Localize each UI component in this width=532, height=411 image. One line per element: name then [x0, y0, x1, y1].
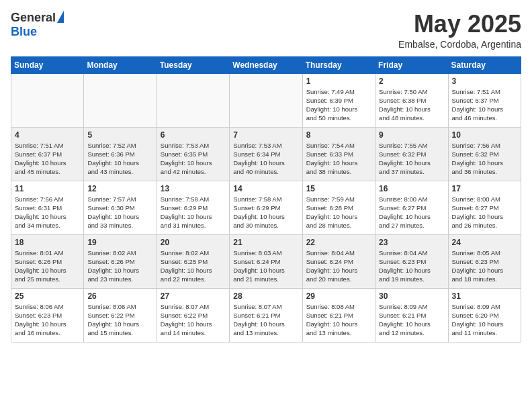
day-number: 25	[15, 291, 80, 301]
day-info: Sunrise: 7:53 AM Sunset: 6:34 PM Dayligh…	[233, 141, 298, 177]
calendar-cell: 5Sunrise: 7:52 AM Sunset: 6:36 PM Daylig…	[84, 127, 157, 181]
calendar-cell: 24Sunrise: 8:05 AM Sunset: 6:23 PM Dayli…	[448, 234, 521, 288]
calendar-cell: 12Sunrise: 7:57 AM Sunset: 6:30 PM Dayli…	[84, 181, 157, 234]
day-info: Sunrise: 8:06 AM Sunset: 6:22 PM Dayligh…	[87, 302, 152, 338]
day-number: 28	[233, 291, 298, 301]
day-number: 10	[452, 130, 517, 140]
day-info: Sunrise: 7:57 AM Sunset: 6:30 PM Dayligh…	[87, 195, 152, 230]
weekday-header-friday: Friday	[375, 56, 448, 73]
title-block: May 2025 Embalse, Cordoba, Argentina	[398, 11, 521, 50]
day-number: 31	[452, 291, 517, 301]
day-number: 21	[233, 238, 298, 247]
day-info: Sunrise: 7:55 AM Sunset: 6:32 PM Dayligh…	[379, 141, 444, 177]
day-number: 30	[379, 291, 444, 301]
calendar-cell: 30Sunrise: 8:09 AM Sunset: 6:21 PM Dayli…	[375, 288, 448, 342]
day-info: Sunrise: 8:07 AM Sunset: 6:21 PM Dayligh…	[233, 302, 298, 338]
calendar-cell: 20Sunrise: 8:02 AM Sunset: 6:25 PM Dayli…	[157, 234, 229, 288]
weekday-header-tuesday: Tuesday	[157, 56, 229, 73]
day-number: 6	[161, 130, 226, 140]
day-info: Sunrise: 8:07 AM Sunset: 6:22 PM Dayligh…	[161, 302, 226, 338]
day-number: 5	[87, 130, 152, 140]
day-info: Sunrise: 7:56 AM Sunset: 6:32 PM Dayligh…	[452, 141, 517, 177]
calendar-cell: 28Sunrise: 8:07 AM Sunset: 6:21 PM Dayli…	[230, 288, 302, 342]
calendar-cell: 31Sunrise: 8:09 AM Sunset: 6:20 PM Dayli…	[448, 288, 521, 342]
calendar-cell: 13Sunrise: 7:58 AM Sunset: 6:29 PM Dayli…	[157, 181, 229, 234]
calendar-cell: 29Sunrise: 8:08 AM Sunset: 6:21 PM Dayli…	[302, 288, 375, 342]
day-info: Sunrise: 8:03 AM Sunset: 6:24 PM Dayligh…	[233, 248, 298, 284]
day-number: 8	[306, 130, 371, 140]
calendar-cell: 4Sunrise: 7:51 AM Sunset: 6:37 PM Daylig…	[11, 127, 84, 181]
day-info: Sunrise: 8:05 AM Sunset: 6:23 PM Dayligh…	[452, 248, 517, 284]
day-info: Sunrise: 8:01 AM Sunset: 6:26 PM Dayligh…	[15, 248, 80, 284]
weekday-header-thursday: Thursday	[302, 56, 375, 73]
day-info: Sunrise: 8:04 AM Sunset: 6:23 PM Dayligh…	[379, 248, 444, 284]
calendar-week-row: 11Sunrise: 7:56 AM Sunset: 6:31 PM Dayli…	[11, 181, 521, 234]
location-subtitle: Embalse, Cordoba, Argentina	[398, 39, 521, 50]
day-info: Sunrise: 7:54 AM Sunset: 6:33 PM Dayligh…	[306, 141, 371, 177]
day-number: 29	[306, 291, 371, 301]
calendar-cell: 9Sunrise: 7:55 AM Sunset: 6:32 PM Daylig…	[375, 127, 448, 181]
calendar-cell: 22Sunrise: 8:04 AM Sunset: 6:24 PM Dayli…	[302, 234, 375, 288]
day-info: Sunrise: 8:08 AM Sunset: 6:21 PM Dayligh…	[306, 302, 371, 338]
day-info: Sunrise: 8:06 AM Sunset: 6:23 PM Dayligh…	[15, 302, 80, 338]
calendar-cell	[11, 73, 84, 127]
day-info: Sunrise: 8:09 AM Sunset: 6:21 PM Dayligh…	[379, 302, 444, 338]
day-number: 27	[161, 291, 226, 301]
weekday-header-monday: Monday	[84, 56, 157, 73]
logo-general-text: General	[11, 11, 56, 25]
day-info: Sunrise: 8:09 AM Sunset: 6:20 PM Dayligh…	[452, 302, 517, 338]
day-info: Sunrise: 7:59 AM Sunset: 6:28 PM Dayligh…	[306, 195, 371, 230]
calendar-cell: 17Sunrise: 8:00 AM Sunset: 6:27 PM Dayli…	[448, 181, 521, 234]
calendar-cell: 2Sunrise: 7:50 AM Sunset: 6:38 PM Daylig…	[375, 73, 448, 127]
calendar-cell: 21Sunrise: 8:03 AM Sunset: 6:24 PM Dayli…	[230, 234, 302, 288]
day-number: 2	[379, 77, 444, 86]
day-number: 20	[161, 238, 226, 247]
day-number: 1	[306, 77, 371, 86]
day-number: 16	[379, 184, 444, 193]
day-info: Sunrise: 7:58 AM Sunset: 6:29 PM Dayligh…	[233, 195, 298, 230]
calendar-week-row: 18Sunrise: 8:01 AM Sunset: 6:26 PM Dayli…	[11, 234, 521, 288]
day-info: Sunrise: 8:00 AM Sunset: 6:27 PM Dayligh…	[452, 195, 517, 230]
calendar-cell: 3Sunrise: 7:51 AM Sunset: 6:37 PM Daylig…	[448, 73, 521, 127]
day-number: 17	[452, 184, 517, 193]
day-info: Sunrise: 8:02 AM Sunset: 6:26 PM Dayligh…	[87, 248, 152, 284]
day-number: 15	[306, 184, 371, 193]
day-number: 23	[379, 238, 444, 247]
calendar-cell: 7Sunrise: 7:53 AM Sunset: 6:34 PM Daylig…	[230, 127, 302, 181]
calendar-header-row: SundayMondayTuesdayWednesdayThursdayFrid…	[11, 56, 521, 73]
calendar-cell: 27Sunrise: 8:07 AM Sunset: 6:22 PM Dayli…	[157, 288, 229, 342]
calendar-cell: 11Sunrise: 7:56 AM Sunset: 6:31 PM Dayli…	[11, 181, 84, 234]
day-number: 4	[15, 130, 80, 140]
calendar-cell: 14Sunrise: 7:58 AM Sunset: 6:29 PM Dayli…	[230, 181, 302, 234]
calendar-cell	[230, 73, 302, 127]
day-info: Sunrise: 8:04 AM Sunset: 6:24 PM Dayligh…	[306, 248, 371, 284]
day-number: 14	[233, 184, 298, 193]
day-info: Sunrise: 7:52 AM Sunset: 6:36 PM Dayligh…	[87, 141, 152, 177]
day-number: 12	[87, 184, 152, 193]
calendar-cell: 25Sunrise: 8:06 AM Sunset: 6:23 PM Dayli…	[11, 288, 84, 342]
day-info: Sunrise: 7:51 AM Sunset: 6:37 PM Dayligh…	[452, 87, 517, 123]
calendar-cell: 26Sunrise: 8:06 AM Sunset: 6:22 PM Dayli…	[84, 288, 157, 342]
page-header: General Blue May 2025 Embalse, Cordoba, …	[11, 11, 521, 50]
day-number: 11	[15, 184, 80, 193]
day-info: Sunrise: 7:56 AM Sunset: 6:31 PM Dayligh…	[15, 195, 80, 230]
calendar-cell: 16Sunrise: 8:00 AM Sunset: 6:27 PM Dayli…	[375, 181, 448, 234]
weekday-header-wednesday: Wednesday	[230, 56, 302, 73]
calendar-cell: 18Sunrise: 8:01 AM Sunset: 6:26 PM Dayli…	[11, 234, 84, 288]
calendar-cell: 1Sunrise: 7:49 AM Sunset: 6:39 PM Daylig…	[302, 73, 375, 127]
logo-triangle-icon	[57, 11, 64, 23]
month-title: May 2025	[398, 11, 521, 38]
day-info: Sunrise: 8:02 AM Sunset: 6:25 PM Dayligh…	[161, 248, 226, 284]
day-number: 19	[87, 238, 152, 247]
day-info: Sunrise: 7:51 AM Sunset: 6:37 PM Dayligh…	[15, 141, 80, 177]
weekday-header-saturday: Saturday	[448, 56, 521, 73]
day-number: 13	[161, 184, 226, 193]
logo-blue-text: Blue	[11, 25, 37, 39]
day-number: 9	[379, 130, 444, 140]
calendar-week-row: 4Sunrise: 7:51 AM Sunset: 6:37 PM Daylig…	[11, 127, 521, 181]
day-number: 22	[306, 238, 371, 247]
calendar-cell: 15Sunrise: 7:59 AM Sunset: 6:28 PM Dayli…	[302, 181, 375, 234]
calendar-cell: 19Sunrise: 8:02 AM Sunset: 6:26 PM Dayli…	[84, 234, 157, 288]
calendar-week-row: 25Sunrise: 8:06 AM Sunset: 6:23 PM Dayli…	[11, 288, 521, 342]
day-number: 7	[233, 130, 298, 140]
